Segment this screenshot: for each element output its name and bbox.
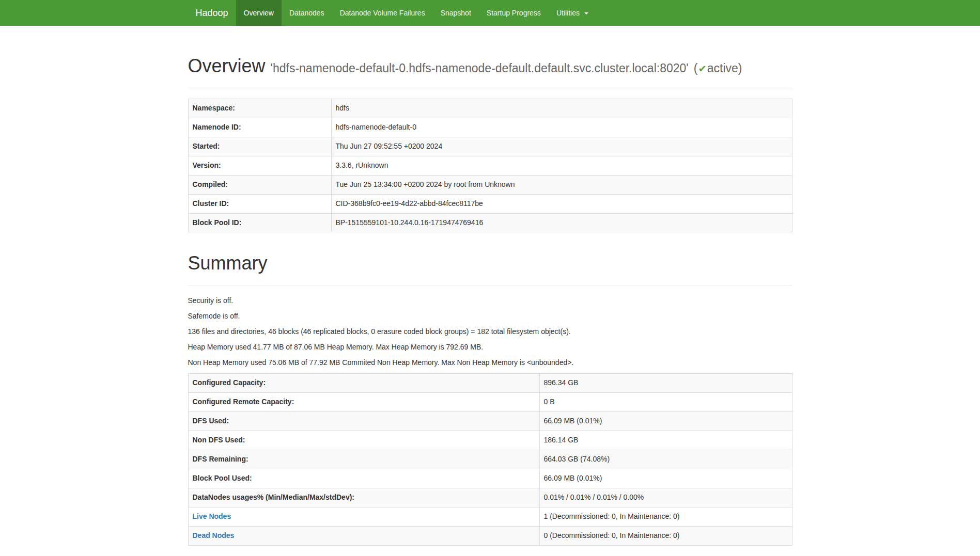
row-label: Started: (188, 137, 331, 156)
table-row: DataNodes usages% (Min/Median/Max/stdDev… (188, 488, 792, 507)
namenode-info-table: Namespace: hdfs Namenode ID: hdfs-nameno… (188, 99, 792, 233)
nav-item-snapshot: Snapshot (433, 0, 479, 26)
filesystem-objects-text: 136 files and directories, 46 blocks (46… (188, 327, 792, 337)
page-title-text: Overview (188, 55, 266, 76)
table-row: DFS Used: 66.09 MB (0.01%) (188, 411, 792, 431)
navbar-container: Hadoop Overview Datanodes Datanode Volum… (180, 0, 800, 26)
table-row: Dead Nodes 0 (Decommissioned: 0, In Main… (188, 526, 792, 545)
summary-page-header: Summary (188, 253, 792, 285)
row-label: DFS Used: (188, 411, 539, 431)
row-value: 66.09 MB (0.01%) (539, 411, 792, 431)
security-status-text: Security is off. (188, 296, 792, 306)
row-value: 1 (Decommissioned: 0, In Maintenance: 0) (539, 507, 792, 526)
nav-label: Startup Progress (487, 9, 541, 17)
row-label: Block Pool Used: (188, 469, 539, 488)
live-nodes-link[interactable]: Live Nodes (193, 512, 231, 520)
safemode-status-text: Safemode is off. (188, 311, 792, 322)
table-row: Configured Capacity: 896.34 GB (188, 374, 792, 393)
nav-label: Datanodes (289, 9, 324, 17)
dead-nodes-link[interactable]: Dead Nodes (193, 531, 235, 539)
table-row: Namespace: hdfs (188, 99, 792, 118)
table-row: Non DFS Used: 186.14 GB (188, 431, 792, 450)
row-value: hdfs-namenode-default-0 (331, 118, 792, 137)
row-label: Block Pool ID: (188, 213, 331, 232)
non-heap-memory-text: Non Heap Memory used 75.06 MB of 77.92 M… (188, 358, 792, 368)
row-value: 664.03 GB (74.08%) (539, 450, 792, 469)
row-value: CID-368b9fc0-ee19-4d22-abbd-84fcec8117be (331, 194, 792, 213)
table-row: Compiled: Tue Jun 25 13:34:00 +0200 2024… (188, 175, 792, 194)
nav-item-datanodes: Datanodes (282, 0, 332, 26)
table-row: Block Pool ID: BP-1515559101-10.244.0.16… (188, 213, 792, 232)
nav-link-datanode-volume-failures[interactable]: Datanode Volume Failures (332, 0, 433, 26)
table-row: Version: 3.3.6, rUnknown (188, 156, 792, 175)
table-row: Block Pool Used: 66.09 MB (0.01%) (188, 469, 792, 488)
active-check-icon: ✔ (697, 63, 707, 74)
row-value: BP-1515559101-10.244.0.16-1719474769416 (331, 213, 792, 232)
row-value: 0 (Decommissioned: 0, In Maintenance: 0) (539, 526, 792, 545)
main-content: Overview 'hdfs-namenode-default-0.hdfs-n… (180, 56, 800, 546)
row-value: Thu Jun 27 09:52:55 +0200 2024 (331, 137, 792, 156)
nav-label: Datanode Volume Failures (340, 9, 425, 17)
row-label: DataNodes usages% (Min/Median/Max/stdDev… (188, 488, 539, 507)
nav-link-startup-progress[interactable]: Startup Progress (479, 0, 549, 26)
row-label: Compiled: (188, 175, 331, 194)
nav-item-startup-progress: Startup Progress (479, 0, 549, 26)
nav-item-overview: Overview (236, 0, 282, 26)
nav-link-overview[interactable]: Overview (236, 0, 282, 26)
top-navbar: Hadoop Overview Datanodes Datanode Volum… (0, 0, 980, 26)
table-row: DFS Remaining: 664.03 GB (74.08%) (188, 450, 792, 469)
row-label: DFS Remaining: (188, 450, 539, 469)
row-label: Namenode ID: (188, 118, 331, 137)
page-title: Overview 'hdfs-namenode-default-0.hdfs-n… (188, 56, 792, 76)
summary-table: Configured Capacity: 896.34 GB Configure… (188, 373, 792, 546)
heap-memory-text: Heap Memory used 41.77 MB of 87.06 MB He… (188, 342, 792, 353)
row-value: Tue Jun 25 13:34:00 +0200 2024 by root f… (331, 175, 792, 194)
table-row: Live Nodes 1 (Decommissioned: 0, In Main… (188, 507, 792, 526)
summary-title: Summary (188, 253, 792, 274)
nav-label: Overview (244, 9, 274, 17)
namenode-address: 'hdfs-namenode-default-0.hdfs-namenode-d… (271, 61, 689, 75)
table-row: Namenode ID: hdfs-namenode-default-0 (188, 118, 792, 137)
chevron-down-icon (584, 12, 588, 14)
row-value: hdfs (331, 99, 792, 118)
overview-page-header: Overview 'hdfs-namenode-default-0.hdfs-n… (188, 56, 792, 88)
row-value: 3.3.6, rUnknown (331, 156, 792, 175)
nav-item-utilities: Utilities (549, 0, 596, 26)
nav-label: Utilities (556, 9, 580, 17)
nav-link-snapshot[interactable]: Snapshot (433, 0, 479, 26)
row-value: 896.34 GB (539, 374, 792, 393)
row-label: Configured Remote Capacity: (188, 392, 539, 411)
state-label: active) (707, 61, 742, 75)
table-row: Configured Remote Capacity: 0 B (188, 392, 792, 411)
row-label: Cluster ID: (188, 194, 331, 213)
row-label: Non DFS Used: (188, 431, 539, 450)
namenode-state: (✔active) (694, 61, 742, 75)
nav-item-datanode-volume-failures: Datanode Volume Failures (332, 0, 433, 26)
row-label: Namespace: (188, 99, 331, 118)
nav-link-datanodes[interactable]: Datanodes (282, 0, 332, 26)
row-value: 186.14 GB (539, 431, 792, 450)
table-row: Cluster ID: CID-368b9fc0-ee19-4d22-abbd-… (188, 194, 792, 213)
table-row: Started: Thu Jun 27 09:52:55 +0200 2024 (188, 137, 792, 156)
navbar-menu: Overview Datanodes Datanode Volume Failu… (236, 0, 596, 26)
brand-link[interactable]: Hadoop (188, 0, 236, 26)
row-value: 0 B (539, 392, 792, 411)
row-value: 66.09 MB (0.01%) (539, 469, 792, 488)
row-label: Version: (188, 156, 331, 175)
row-label: Live Nodes (188, 507, 539, 526)
row-label: Configured Capacity: (188, 374, 539, 393)
row-label: Dead Nodes (188, 526, 539, 545)
nav-link-utilities-dropdown[interactable]: Utilities (549, 0, 596, 26)
row-value: 0.01% / 0.01% / 0.01% / 0.00% (539, 488, 792, 507)
nav-label: Snapshot (441, 9, 471, 17)
